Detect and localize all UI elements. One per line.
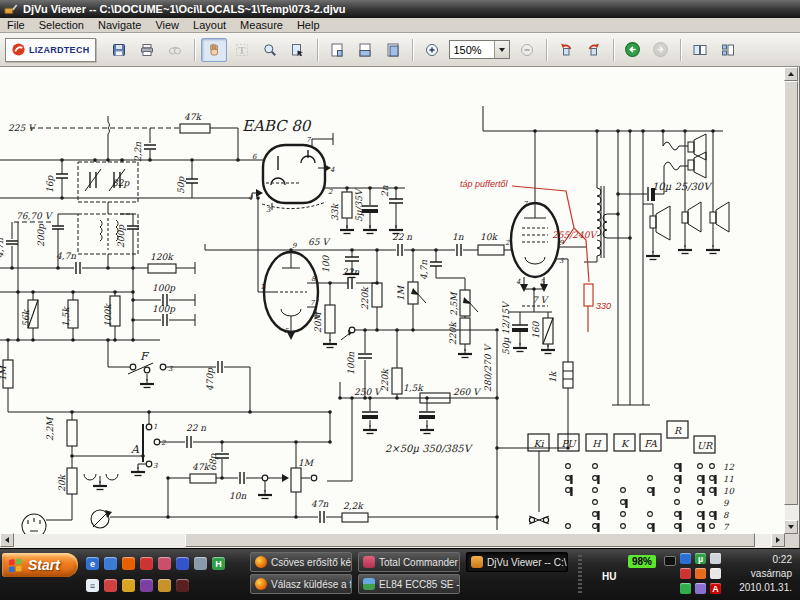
scroll-left-button[interactable] — [0, 533, 14, 547]
task-label: EL84 ECC85 SE - ... — [379, 579, 460, 590]
green-h-app-icon[interactable]: H — [212, 557, 225, 570]
schematic-label: 160 — [531, 321, 541, 339]
firefox-icon[interactable] — [122, 557, 135, 570]
fit-width-button[interactable] — [352, 38, 378, 62]
browser-icon[interactable] — [104, 557, 117, 570]
zoom-out-button[interactable] — [514, 38, 540, 62]
start-button[interactable]: Start — [2, 553, 78, 577]
schematic-label: 4,7n — [419, 260, 429, 280]
notepad-icon[interactable]: ≡ — [86, 579, 99, 592]
menu-item-view[interactable]: View — [148, 19, 186, 31]
taskbar-task-firefox[interactable]: Csöves erősítő kés... — [250, 552, 352, 572]
schematic-label: 2n — [380, 185, 390, 197]
purple-orb-icon[interactable] — [140, 579, 153, 592]
back-button[interactable] — [620, 38, 646, 62]
schematic-label: 3 — [559, 257, 564, 265]
taskbar-task-firefox[interactable]: Válasz küldése a fó... — [250, 574, 352, 594]
dark-app-icon[interactable] — [176, 579, 189, 592]
horizontal-scrollbar[interactable] — [0, 534, 785, 548]
sync-icon[interactable] — [680, 583, 691, 594]
schematic-label: 3 — [168, 365, 173, 373]
schematic-label: 100 — [321, 255, 331, 273]
binoculars-icon — [167, 42, 183, 58]
taskbar-task-djvu[interactable]: DjVu Viewer -- C:\... — [466, 552, 568, 572]
image-icon — [363, 578, 375, 590]
menu-item-navigate[interactable]: Navigate — [91, 19, 148, 31]
blue-app-icon[interactable] — [176, 557, 189, 570]
zoom-level-combo[interactable]: 150% — [449, 40, 510, 59]
red-flower-icon[interactable] — [104, 579, 117, 592]
schematic-label: 100p — [152, 283, 176, 293]
pen-icon[interactable] — [695, 583, 706, 594]
text-select-button[interactable]: T — [229, 38, 255, 62]
schematic-label: 1,5k — [61, 306, 71, 327]
language-indicator[interactable]: HU — [602, 571, 616, 582]
red-app-icon[interactable] — [680, 568, 691, 579]
schematic-label: 50µ 12/15V — [501, 300, 511, 355]
menu-item-help[interactable]: Help — [290, 19, 327, 31]
zoom-tool-button[interactable] — [257, 38, 283, 62]
print-button[interactable] — [134, 38, 160, 62]
arrow-left-icon — [5, 537, 9, 543]
scroll-up-button[interactable] — [784, 67, 798, 81]
schematic-label: 1M — [0, 364, 8, 381]
zoom-combo-dropdown[interactable] — [494, 41, 509, 58]
toolbar-separator — [546, 39, 547, 61]
two-page-view-button[interactable] — [687, 38, 713, 62]
scroll-right-button[interactable] — [771, 533, 785, 547]
task-buttons: Csöves erősítő kés...Total Commander ...… — [250, 552, 568, 596]
schematic-row-number: 10 — [723, 486, 734, 496]
pan-tool-button[interactable] — [201, 38, 227, 62]
green-app-icon[interactable]: µ — [695, 553, 706, 564]
schematic-label: 220k — [380, 368, 390, 392]
schematic-label: 1 — [260, 283, 264, 291]
schematic-label: 250 V — [354, 387, 383, 397]
schematic-row-number: 8 — [723, 510, 729, 520]
firefox-icon — [255, 556, 267, 568]
title-bar[interactable]: DjVu Viewer -- C:\DOCUME~1\Oci\LOCALS~1\… — [0, 0, 800, 18]
thumbnails-panel-button[interactable] — [715, 38, 741, 62]
task-label: Total Commander ... — [379, 557, 460, 568]
pan-zoom-button[interactable] — [285, 38, 311, 62]
menu-item-layout[interactable]: Layout — [186, 19, 233, 31]
find-button[interactable] — [162, 38, 188, 62]
fit-visible-button[interactable] — [380, 38, 406, 62]
scroll-down-button[interactable] — [784, 520, 798, 534]
schematic-switch-label: FA — [644, 438, 658, 449]
schematic-label: 7 V — [532, 295, 550, 305]
document-canvas[interactable]: 225 V47kEABC 802,2n16p82p50p76,70 V4,7n2… — [0, 67, 785, 534]
red-app-icon[interactable] — [140, 557, 153, 570]
schematic-label: 200p — [36, 223, 46, 247]
menu-item-file[interactable]: File — [0, 19, 32, 31]
schematic-row-number: 11 — [723, 474, 734, 484]
menu-item-selection[interactable]: Selection — [32, 19, 91, 31]
rotate-right-button[interactable] — [581, 38, 607, 62]
schematic-label: 56k — [21, 309, 31, 327]
taskbar-task-image[interactable]: EL84 ECC85 SE - ... — [358, 574, 460, 594]
desktop: DjVu Viewer -- C:\DOCUME~1\Oci\LOCALS~1\… — [0, 0, 800, 600]
schematic-row-number: 12 — [723, 462, 734, 472]
tray-day: vasárnap — [716, 567, 792, 581]
fire-icon[interactable] — [695, 568, 706, 579]
internet-explorer-icon[interactable]: e — [86, 557, 99, 570]
schematic-label: 225 V — [8, 123, 37, 133]
zoom-in-button[interactable] — [419, 38, 445, 62]
signal-icon[interactable] — [680, 553, 691, 564]
zoom-out-icon — [519, 42, 535, 58]
floppy-app-icon[interactable] — [158, 557, 171, 570]
save-button[interactable] — [106, 38, 132, 62]
crown-icon[interactable] — [122, 579, 135, 592]
lizardtech-logo: LIZARDTECH — [5, 38, 96, 62]
pan-zoom-icon — [290, 42, 306, 58]
fit-page-button[interactable] — [324, 38, 350, 62]
forward-button[interactable] — [648, 38, 674, 62]
vertical-scroll-thumb[interactable] — [784, 81, 798, 505]
media-app-icon[interactable] — [194, 557, 207, 570]
vertical-scrollbar[interactable] — [785, 67, 799, 534]
tray-separator — [578, 555, 582, 595]
menu-item-measure[interactable]: Measure — [233, 19, 290, 31]
gold-brush-icon[interactable] — [158, 579, 171, 592]
rotate-left-button[interactable] — [553, 38, 579, 62]
taskbar-task-totalcmd[interactable]: Total Commander ... — [358, 552, 460, 572]
horizontal-scroll-thumb[interactable] — [185, 533, 755, 547]
